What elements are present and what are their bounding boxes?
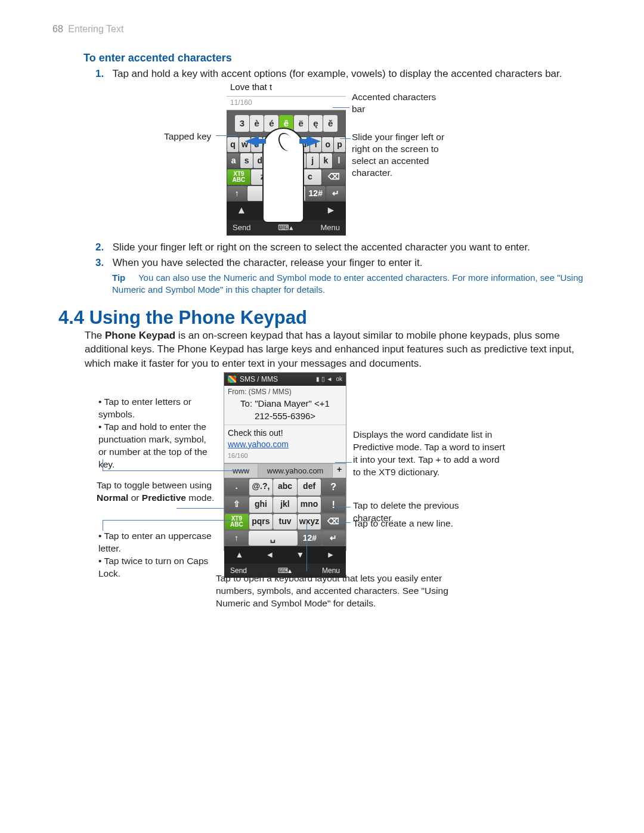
space-key: ␣ bbox=[249, 531, 298, 546]
up-icon: ▲ bbox=[224, 546, 255, 563]
right-icon: ► bbox=[315, 546, 346, 563]
callout-line bbox=[103, 520, 231, 521]
app-title: SMS / MMS bbox=[240, 374, 278, 384]
message-text: Check this out! bbox=[224, 425, 346, 439]
qwerty-input: Love that t bbox=[227, 80, 346, 97]
ok-label: ok bbox=[336, 375, 342, 383]
plus-icon: + bbox=[333, 464, 346, 478]
kb-key: l bbox=[333, 153, 345, 168]
from-field: From: (SMS / MMS) bbox=[224, 386, 346, 398]
step-1: 1. Tap and hold a key with accent option… bbox=[95, 67, 578, 81]
keyboard-icon: ⌨▴ bbox=[278, 222, 293, 233]
step-3-number: 3. bbox=[95, 256, 110, 270]
callout-line bbox=[336, 522, 351, 523]
step-3-text: When you have selected the character, re… bbox=[113, 257, 423, 268]
callout-line bbox=[306, 521, 307, 571]
shift-icon: ↑ bbox=[227, 186, 247, 201]
signal-icon: ▮ ▯ ◄ bbox=[316, 375, 332, 383]
qwerty-figure: Love that t 11/160 3 è é ê ë ę ě q w e r… bbox=[227, 80, 346, 234]
shift-icon: ↑ bbox=[225, 531, 248, 546]
up-icon: ▲ bbox=[227, 202, 256, 220]
candidate-word-selected: www.yahoo.com bbox=[258, 464, 333, 478]
step-2: 2. Slide your finger left or right on th… bbox=[95, 241, 584, 255]
accent-key: ë bbox=[294, 115, 308, 132]
pk-key: ? bbox=[321, 479, 345, 496]
right-icon: ► bbox=[316, 202, 346, 220]
menu-label: Menu bbox=[320, 222, 340, 233]
kb-key: a bbox=[227, 153, 240, 168]
pk-key: @.?, bbox=[249, 479, 273, 496]
pk-key: mno bbox=[298, 497, 321, 513]
callout-line bbox=[336, 507, 351, 507]
tip-text: You can also use the Numeric and Symbol … bbox=[112, 272, 583, 295]
numsym-key: 12# bbox=[306, 186, 326, 201]
kb-key: o bbox=[322, 137, 333, 152]
enter-icon: ↵ bbox=[326, 186, 346, 201]
to-field-2: 212-555-6396> bbox=[224, 410, 346, 425]
arrow-right-icon bbox=[306, 136, 321, 147]
pk-row: . @.?, abc def ? bbox=[224, 478, 346, 496]
pk-key: . bbox=[225, 479, 249, 496]
callout-line bbox=[103, 520, 103, 531]
callout-line bbox=[340, 138, 351, 139]
callout-slide: Slide your finger left or right on the s… bbox=[352, 131, 459, 179]
backspace-icon: ⌫ bbox=[322, 169, 345, 185]
pk-key: abc bbox=[273, 479, 297, 496]
callout-left-1: • Tap to enter letters or symbols. • Tap… bbox=[98, 396, 215, 471]
accent-key: ě bbox=[323, 115, 338, 132]
pk-key: jkl bbox=[273, 497, 297, 513]
kb-key: s bbox=[240, 153, 253, 168]
xt9-key: XT9ABC bbox=[225, 514, 249, 529]
pk-key: tuv bbox=[273, 514, 297, 529]
accent-key: è bbox=[250, 115, 264, 132]
kb-key: j bbox=[306, 153, 319, 168]
start-icon bbox=[228, 376, 236, 383]
titlebar: SMS / MMS ▮ ▯ ◄ ok bbox=[224, 373, 346, 386]
pk-row: XT9ABC pqrs tuv wxyz ⌫ bbox=[224, 513, 346, 530]
accent-key: ę bbox=[309, 115, 323, 132]
finger-icon bbox=[262, 128, 304, 223]
callout-line bbox=[216, 135, 236, 136]
callout-line bbox=[333, 107, 349, 108]
callout-bottom: Tap to open a keyboard layout that lets … bbox=[216, 572, 466, 610]
pk-key: pqrs bbox=[249, 514, 273, 529]
send-label: Send bbox=[233, 222, 250, 233]
callout-left-3: • Tap to enter an uppercase letter. • Ta… bbox=[98, 530, 218, 580]
pk-row: ↑ ␣ 12# ↵ bbox=[224, 530, 346, 546]
message-link: www.yahoo.com bbox=[224, 439, 346, 450]
callout-line bbox=[335, 462, 352, 463]
callout-left-2: Tap to toggle between using Normal or Pr… bbox=[97, 479, 222, 504]
page-number: 68 bbox=[52, 24, 63, 34]
pk-key: ghi bbox=[249, 497, 273, 513]
pk-nav: ▲ ◄ ▼ ► bbox=[224, 546, 346, 563]
tip-row: Tip You can also use the Numeric and Sym… bbox=[112, 272, 583, 296]
xt9-key: XT9ABC bbox=[227, 169, 250, 185]
callout-right-1: Displays the word candidate list in Pred… bbox=[353, 429, 508, 479]
accented-heading: To enter accented characters bbox=[83, 51, 232, 65]
page-header: 68 Entering Text bbox=[52, 23, 123, 36]
callout-line bbox=[103, 459, 103, 471]
callout-accent-bar: Accented characters bar bbox=[352, 91, 447, 115]
qwerty-counter: 11/160 bbox=[227, 97, 346, 110]
shift-icon: ⇧ bbox=[225, 497, 249, 513]
arrow-left-icon bbox=[244, 136, 259, 147]
step-2-text: Slide your finger left or right on the s… bbox=[113, 241, 530, 253]
kb-key: k bbox=[320, 153, 332, 168]
step-2-number: 2. bbox=[95, 241, 110, 255]
left-icon: ◄ bbox=[255, 546, 285, 563]
step-1-number: 1. bbox=[95, 67, 110, 81]
page-section: Entering Text bbox=[68, 24, 123, 34]
callout-right-3: Tap to create a new line. bbox=[353, 518, 496, 530]
phone-keypad-figure: SMS / MMS ▮ ▯ ◄ ok From: (SMS / MMS) To:… bbox=[224, 372, 346, 551]
pk-row: ⇧ ghi jkl mno ! bbox=[224, 496, 346, 514]
callout-line bbox=[103, 470, 249, 471]
char-counter: 16/160 bbox=[224, 450, 346, 463]
kb-key: p bbox=[334, 137, 345, 152]
callout-tapped-key: Tapped key bbox=[164, 131, 211, 143]
accent-key: 3 bbox=[235, 115, 249, 132]
tip-label: Tip bbox=[112, 272, 136, 284]
numsym-key: 12# bbox=[298, 531, 321, 546]
callout-line bbox=[177, 508, 225, 509]
pk-key: wxyz bbox=[298, 514, 321, 529]
pk-key: def bbox=[298, 479, 321, 496]
